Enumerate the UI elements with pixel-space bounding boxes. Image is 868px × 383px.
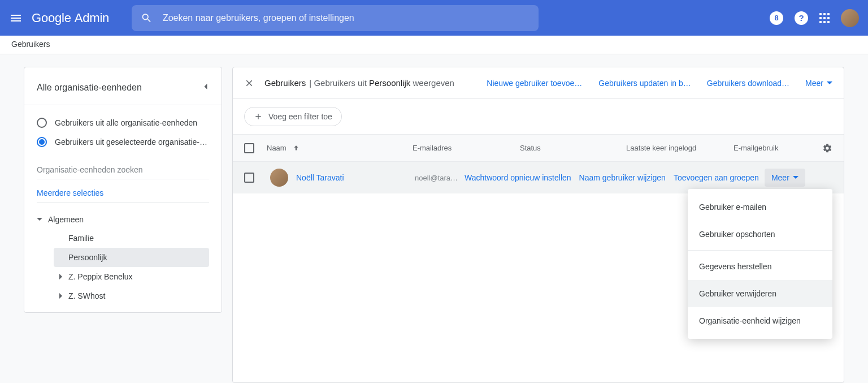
- title-part: Gebruikers: [264, 78, 306, 88]
- chevron-right-icon: [58, 274, 64, 279]
- search-input[interactable]: [163, 13, 530, 23]
- tree-item-persoonlijk[interactable]: Persoonlijk: [54, 248, 209, 267]
- row-more-button[interactable]: Meer: [765, 169, 805, 187]
- top-bar: Google Admin 8 ?: [0, 0, 868, 36]
- row-more-dropdown: Gebruiker e-mailen Gebruiker opschorten …: [688, 189, 832, 339]
- sidebar-title: Alle organisatie-eenheden: [37, 83, 142, 93]
- close-icon[interactable]: [244, 78, 254, 88]
- logo-admin: Admin: [75, 11, 109, 25]
- chevron-down-icon: [793, 175, 798, 180]
- add-filter-button[interactable]: Voeg een filter toe: [244, 107, 342, 126]
- tree-label: Z. Peppix Benelux: [68, 272, 133, 281]
- radio-icon: [37, 118, 47, 128]
- topbar-icons: 8 ?: [770, 9, 859, 27]
- table-row[interactable]: Noëll Taravati noell@taravati Wachtwoord…: [233, 162, 844, 193]
- org-tree: Algemeen Familie Persoonlijk Z. Peppix B…: [24, 203, 222, 305]
- user-email: noell@taravati: [415, 174, 460, 182]
- sort-asc-icon: [292, 144, 300, 152]
- org-search-input[interactable]: [37, 165, 209, 174]
- radio-all-orgs[interactable]: Gebruikers uit alle organisatie-eenheden: [37, 113, 209, 132]
- radio-selected-orgs[interactable]: Gebruikers uit geselecteerde organisatie…: [37, 132, 209, 152]
- row-checkbox[interactable]: [244, 173, 254, 183]
- dropdown-change-ou[interactable]: Organisatie-eenheid wijzigen: [688, 307, 832, 334]
- org-units-sidebar: Alle organisatie-eenheden Gebruikers uit…: [24, 67, 222, 313]
- multi-select-link[interactable]: Meerdere selecties: [37, 179, 209, 203]
- tree-children: Familie Persoonlijk Z. Peppix Benelux: [37, 229, 209, 305]
- radio-label: Gebruikers uit alle organisatie-eenheden: [55, 118, 197, 127]
- main-area: Alle organisatie-eenheden Gebruikers uit…: [0, 54, 868, 383]
- user-avatar: [270, 169, 288, 187]
- panel-more-button[interactable]: Meer: [805, 79, 832, 88]
- plus-icon: [254, 112, 263, 121]
- dropdown-email-user[interactable]: Gebruiker e-mailen: [688, 193, 832, 221]
- rename-user-link[interactable]: Naam gebruiker wijzigen: [579, 173, 666, 182]
- tree-label: Familie: [68, 234, 94, 243]
- new-user-link[interactable]: Nieuwe gebruiker toevoeg…: [487, 79, 583, 88]
- panel-actions: Nieuwe gebruiker toevoeg… Gebruikers upd…: [487, 79, 832, 88]
- gear-icon: [822, 143, 832, 153]
- tree-label: Z. SWhost: [68, 291, 105, 300]
- tree-item-peppix[interactable]: Z. Peppix Benelux: [54, 267, 209, 286]
- bulk-update-link[interactable]: Gebruikers updaten in b…: [598, 79, 691, 88]
- panel-header: Gebruikers | Gebruikers uit Persoonlijk …: [233, 67, 844, 99]
- users-panel: Gebruikers | Gebruikers uit Persoonlijk …: [232, 67, 844, 383]
- notifications-badge[interactable]: 8: [770, 11, 783, 25]
- radio-group: Gebruikers uit alle organisatie-eenheden…: [24, 105, 222, 155]
- dropdown-restore-data[interactable]: Gegevens herstellen: [688, 253, 832, 280]
- column-name[interactable]: Naam: [267, 144, 413, 152]
- account-avatar[interactable]: [841, 9, 859, 27]
- table-header: Naam E-mailadres Status Laatste keer ing…: [233, 135, 844, 162]
- logo[interactable]: Google Admin: [32, 11, 109, 25]
- download-users-link[interactable]: Gebruikers download…: [707, 79, 789, 88]
- column-email[interactable]: E-mailadres: [413, 144, 520, 152]
- reset-password-link[interactable]: Wachtwoord opnieuw instellen: [465, 173, 571, 182]
- tree-item-swhost[interactable]: Z. SWhost: [54, 286, 209, 305]
- chevron-down-icon: [37, 217, 42, 222]
- dropdown-suspend-user[interactable]: Gebruiker opschorten: [688, 221, 832, 248]
- hamburger-menu-icon[interactable]: [9, 11, 23, 25]
- org-search[interactable]: [37, 161, 209, 179]
- logo-google: Google: [32, 11, 71, 25]
- apps-grid-icon[interactable]: [819, 13, 830, 23]
- add-filter-label: Voeg een filter toe: [268, 112, 332, 121]
- collapse-icon[interactable]: [200, 81, 211, 94]
- sidebar-header: Alle organisatie-eenheden: [24, 78, 222, 105]
- column-last-login[interactable]: Laatste keer ingelogd: [626, 144, 734, 152]
- tree-item-familie[interactable]: Familie: [54, 229, 209, 248]
- row-actions: Wachtwoord opnieuw instellen Naam gebrui…: [465, 173, 759, 182]
- column-status[interactable]: Status: [520, 144, 626, 152]
- title-part: | Gebruikers uit Persoonlijk weergeven: [309, 78, 454, 88]
- chevron-right-icon: [58, 293, 64, 299]
- dropdown-divider: [688, 250, 832, 251]
- panel-title: Gebruikers | Gebruikers uit Persoonlijk …: [264, 78, 454, 88]
- help-icon[interactable]: ?: [795, 11, 808, 25]
- column-settings-button[interactable]: [819, 143, 832, 153]
- more-label: Meer: [805, 79, 823, 88]
- select-all-checkbox[interactable]: [244, 143, 254, 153]
- filter-row: Voeg een filter toe: [233, 99, 844, 135]
- dropdown-delete-user[interactable]: Gebruiker verwijderen: [688, 280, 832, 307]
- chevron-down-icon: [827, 80, 832, 86]
- breadcrumb-label[interactable]: Gebruikers: [11, 40, 50, 49]
- tree-root[interactable]: Algemeen: [37, 210, 209, 229]
- tree-root-label: Algemeen: [48, 215, 84, 224]
- search-box[interactable]: [132, 5, 539, 31]
- radio-icon: [37, 137, 47, 147]
- tree-label: Persoonlijk: [68, 253, 107, 262]
- add-to-groups-link[interactable]: Toevoegen aan groepen: [674, 173, 759, 182]
- breadcrumb: Gebruikers: [0, 36, 868, 54]
- user-name-link[interactable]: Noëll Taravati: [296, 173, 344, 182]
- column-label: Naam: [267, 144, 287, 152]
- search-icon: [141, 12, 153, 24]
- radio-label: Gebruikers uit geselecteerde organisatie…: [55, 137, 209, 147]
- row-more-label: Meer: [771, 173, 789, 182]
- column-usage[interactable]: E-mailgebruik: [734, 144, 819, 152]
